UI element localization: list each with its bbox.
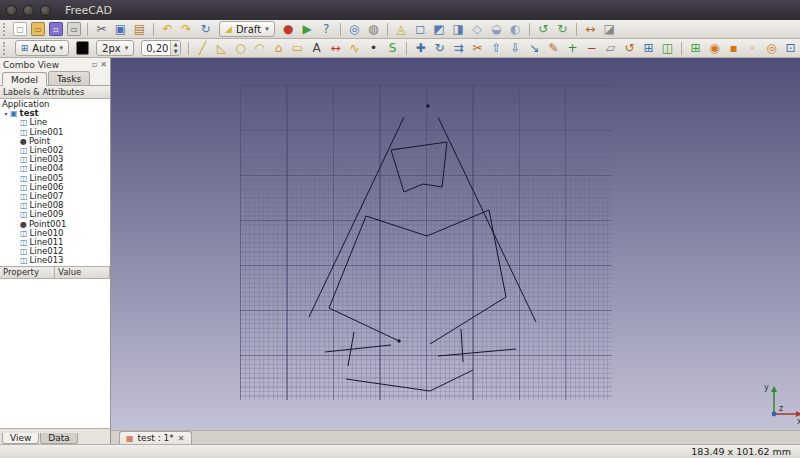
rotate-left-icon[interactable]: ↺ bbox=[534, 21, 553, 38]
application-root[interactable]: Application bbox=[0, 100, 110, 109]
new-document-icon[interactable]: ▢ bbox=[13, 22, 27, 36]
float-panel-icon[interactable]: ▫ bbox=[92, 60, 97, 69]
spin-up-icon[interactable]: ▲ bbox=[171, 41, 180, 48]
cut-icon[interactable]: ✂ bbox=[92, 21, 111, 38]
toolbar-drag-handle[interactable] bbox=[3, 23, 8, 36]
draft-delete-point-icon[interactable]: − bbox=[582, 40, 601, 57]
spin-buttons[interactable]: ▲ ▼ bbox=[170, 41, 180, 55]
sketch-line[interactable] bbox=[404, 184, 423, 192]
sketch-line[interactable] bbox=[329, 308, 399, 341]
top-view-icon[interactable]: ◩ bbox=[430, 21, 449, 38]
snap-lock-icon[interactable]: ◉ bbox=[705, 40, 724, 57]
rear-view-icon[interactable]: ◇ bbox=[468, 21, 487, 38]
measure-distance-icon[interactable]: ↔ bbox=[581, 21, 600, 38]
expander-icon[interactable]: ▾ bbox=[2, 109, 10, 118]
draft-shape2dview-icon[interactable]: ▱ bbox=[601, 40, 620, 57]
document-tab[interactable]: ▦ test : 1* ✕ bbox=[119, 431, 192, 444]
draft-arc-icon[interactable]: ◠ bbox=[250, 40, 269, 57]
toolbar-drag-handle[interactable] bbox=[3, 42, 8, 55]
clipping-plane-icon[interactable]: ◪ bbox=[600, 21, 619, 38]
draft-bspline-icon[interactable]: ∿ bbox=[345, 40, 364, 57]
redo-icon[interactable]: ↷ bbox=[177, 21, 196, 38]
draft-line-icon[interactable]: ╱ bbox=[193, 40, 212, 57]
working-plane-icon[interactable]: ⊡ bbox=[781, 40, 800, 57]
sketch-line[interactable] bbox=[346, 379, 430, 391]
close-tab-icon[interactable]: ✕ bbox=[178, 434, 185, 443]
draft-dimension-icon[interactable]: ↔ bbox=[326, 40, 345, 57]
sketch-line[interactable] bbox=[430, 370, 473, 391]
save-document-icon[interactable]: ▫ bbox=[49, 22, 63, 36]
minimize-button[interactable] bbox=[23, 5, 34, 16]
sketch-point[interactable] bbox=[397, 339, 400, 342]
refresh-icon[interactable]: ↻ bbox=[196, 21, 215, 38]
snap-midpoint-icon[interactable]: ◦ bbox=[743, 40, 762, 57]
axonometric-view-icon[interactable]: ◬ bbox=[392, 21, 411, 38]
paste-icon[interactable]: ▤ bbox=[130, 21, 149, 38]
undo-icon[interactable]: ↶ bbox=[158, 21, 177, 38]
draft-rectangle-icon[interactable]: ▭ bbox=[288, 40, 307, 57]
3d-viewport[interactable]: x y z bbox=[111, 58, 800, 430]
draft-upgrade-icon[interactable]: ⇧ bbox=[487, 40, 506, 57]
draft-to-sketch-icon[interactable]: ↺ bbox=[620, 40, 639, 57]
draft-polygon-icon[interactable]: ⌂ bbox=[269, 40, 288, 57]
print-document-icon[interactable]: ▭ bbox=[67, 22, 81, 36]
macro-record-icon[interactable]: ● bbox=[279, 21, 298, 38]
sketch-line[interactable] bbox=[391, 150, 404, 192]
draft-clone-icon[interactable]: ◫ bbox=[658, 40, 677, 57]
sketch-line[interactable] bbox=[366, 216, 427, 236]
draft-offset-icon[interactable]: ⇉ bbox=[449, 40, 468, 57]
select-plane-button[interactable]: ⊞ Auto ▾ bbox=[15, 40, 69, 56]
sketch-line[interactable] bbox=[309, 117, 404, 317]
draft-point-icon[interactable]: • bbox=[364, 40, 383, 57]
workbench-selector[interactable]: ◢ Draft ▾ bbox=[219, 21, 275, 37]
sketch-line[interactable] bbox=[423, 184, 442, 187]
tree-item-line013[interactable]: ◫Line013 bbox=[0, 256, 110, 265]
tab-data[interactable]: Data bbox=[40, 433, 78, 444]
bottom-view-icon[interactable]: ◒ bbox=[487, 21, 506, 38]
left-view-icon[interactable]: ◐ bbox=[506, 21, 525, 38]
tab-model[interactable]: Model bbox=[2, 72, 47, 86]
maximize-button[interactable] bbox=[40, 5, 51, 16]
draft-text-icon[interactable]: A bbox=[307, 40, 326, 57]
macro-execute-icon[interactable]: ▶ bbox=[298, 21, 317, 38]
tree-item-test[interactable]: ▾▣test bbox=[0, 109, 110, 118]
draft-edit-icon[interactable]: ✎ bbox=[544, 40, 563, 57]
open-document-icon[interactable]: ▭ bbox=[31, 22, 45, 36]
line-width-select[interactable]: 2px ▾ bbox=[96, 40, 134, 56]
draft-move-icon[interactable]: ✚ bbox=[411, 40, 430, 57]
sketch-line[interactable] bbox=[329, 216, 366, 308]
draft-shapestring-icon[interactable]: S bbox=[383, 40, 402, 57]
draw-style-icon[interactable]: ◍ bbox=[364, 21, 383, 38]
draft-array-icon[interactable]: ⊞ bbox=[639, 40, 658, 57]
sketch-point[interactable] bbox=[426, 104, 429, 107]
draft-trimex-icon[interactable]: ✂ bbox=[468, 40, 487, 57]
fit-all-icon[interactable]: ◎ bbox=[345, 21, 364, 38]
draft-scale-icon[interactable]: ↘ bbox=[525, 40, 544, 57]
value-column-header[interactable]: Value bbox=[55, 267, 110, 278]
front-view-icon[interactable]: ◻ bbox=[411, 21, 430, 38]
rotate-right-icon[interactable]: ↻ bbox=[553, 21, 572, 38]
sketch-line[interactable] bbox=[438, 349, 516, 356]
close-panel-icon[interactable]: ✕ bbox=[100, 60, 107, 69]
draft-rotate-icon[interactable]: ↻ bbox=[430, 40, 449, 57]
sketch-line[interactable] bbox=[391, 142, 447, 150]
tree-item-line001[interactable]: ◫Line001 bbox=[0, 128, 110, 137]
property-column-header[interactable]: Property bbox=[0, 267, 55, 278]
draft-downgrade-icon[interactable]: ⇩ bbox=[506, 40, 525, 57]
snap-center-icon[interactable]: ◎ bbox=[762, 40, 781, 57]
snap-endpoint-icon[interactable]: ▪ bbox=[724, 40, 743, 57]
sketch-line[interactable] bbox=[325, 345, 391, 352]
draft-circle-icon[interactable]: ○ bbox=[231, 40, 250, 57]
sketch-line[interactable] bbox=[461, 329, 463, 362]
draft-wire-icon[interactable]: ◺ bbox=[212, 40, 231, 57]
right-view-icon[interactable]: ◨ bbox=[449, 21, 468, 38]
tab-tasks[interactable]: Tasks bbox=[48, 71, 90, 85]
draft-add-point-icon[interactable]: + bbox=[563, 40, 582, 57]
copy-icon[interactable]: ▣ bbox=[111, 21, 130, 38]
sketch-line[interactable] bbox=[427, 210, 489, 236]
whats-this-icon[interactable]: ? bbox=[317, 21, 336, 38]
spin-down-icon[interactable]: ▼ bbox=[171, 48, 180, 55]
toggle-grid-icon[interactable]: ⊞ bbox=[686, 40, 705, 57]
line-color-swatch[interactable] bbox=[76, 41, 89, 55]
scale-spinbox[interactable]: 0,20 ▲ ▼ bbox=[141, 40, 181, 56]
